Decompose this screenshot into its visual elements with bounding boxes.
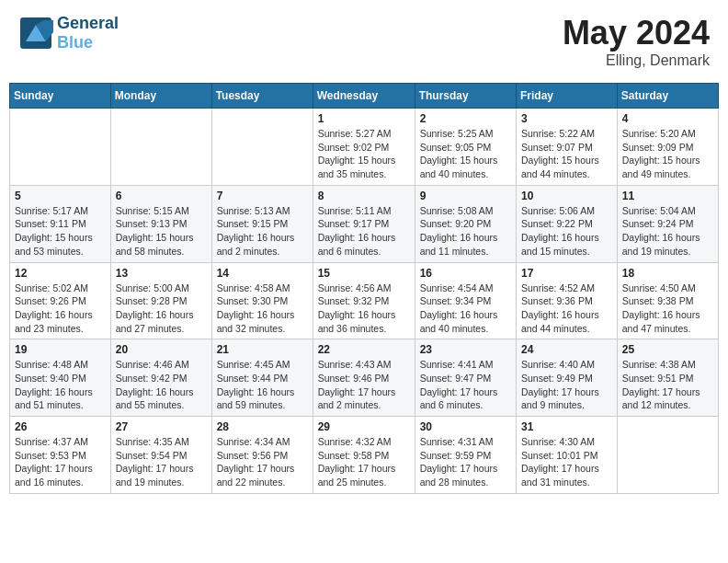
day-number: 6: [116, 190, 207, 202]
day-info: Sunrise: 4:45 AM Sunset: 9:44 PM Dayligh…: [217, 358, 308, 412]
day-number: 5: [15, 190, 106, 202]
day-info: Sunrise: 5:20 AM Sunset: 9:09 PM Dayligh…: [622, 127, 713, 181]
day-number: 17: [521, 267, 612, 280]
day-number: 24: [521, 343, 612, 356]
calendar-cell: 30Sunrise: 4:31 AM Sunset: 9:59 PM Dayli…: [415, 417, 516, 494]
day-info: Sunrise: 4:54 AM Sunset: 9:34 PM Dayligh…: [420, 282, 511, 336]
calendar-header-row: SundayMondayTuesdayWednesdayThursdayFrid…: [10, 84, 719, 109]
calendar-week-1: 1Sunrise: 5:27 AM Sunset: 9:02 PM Daylig…: [10, 109, 719, 186]
day-info: Sunrise: 5:25 AM Sunset: 9:05 PM Dayligh…: [420, 127, 511, 181]
day-info: Sunrise: 5:13 AM Sunset: 9:15 PM Dayligh…: [217, 204, 308, 259]
day-number: 22: [318, 343, 410, 356]
logo: General Blue: [18, 14, 119, 52]
calendar-cell: 10Sunrise: 5:06 AM Sunset: 9:22 PM Dayli…: [517, 185, 618, 262]
day-info: Sunrise: 5:08 AM Sunset: 9:20 PM Dayligh…: [420, 204, 511, 259]
location: Elling, Denmark: [563, 52, 710, 69]
day-number: 15: [318, 267, 410, 280]
day-info: Sunrise: 4:46 AM Sunset: 9:42 PM Dayligh…: [116, 358, 207, 412]
day-info: Sunrise: 4:48 AM Sunset: 9:40 PM Dayligh…: [15, 358, 106, 412]
day-info: Sunrise: 5:27 AM Sunset: 9:02 PM Dayligh…: [318, 127, 410, 181]
calendar-cell: 12Sunrise: 5:02 AM Sunset: 9:26 PM Dayli…: [10, 262, 111, 339]
day-number: 3: [521, 112, 612, 125]
calendar-cell: 1Sunrise: 5:27 AM Sunset: 9:02 PM Daylig…: [313, 109, 415, 186]
calendar-cell: 9Sunrise: 5:08 AM Sunset: 9:20 PM Daylig…: [415, 185, 516, 262]
calendar-cell: [211, 109, 313, 186]
calendar-cell: 16Sunrise: 4:54 AM Sunset: 9:34 PM Dayli…: [415, 262, 516, 339]
day-info: Sunrise: 5:02 AM Sunset: 9:26 PM Dayligh…: [15, 282, 106, 336]
calendar-cell: 19Sunrise: 4:48 AM Sunset: 9:40 PM Dayli…: [10, 339, 111, 417]
calendar-cell: 17Sunrise: 4:52 AM Sunset: 9:36 PM Dayli…: [517, 262, 618, 339]
calendar-cell: 6Sunrise: 5:15 AM Sunset: 9:13 PM Daylig…: [110, 185, 211, 262]
day-info: Sunrise: 4:43 AM Sunset: 9:46 PM Dayligh…: [318, 358, 410, 412]
day-info: Sunrise: 4:32 AM Sunset: 9:58 PM Dayligh…: [318, 435, 410, 489]
page-header: General Blue May 2024 Elling, Denmark: [9, 9, 719, 74]
day-number: 28: [217, 420, 308, 433]
day-number: 16: [420, 267, 511, 280]
calendar-body: 1Sunrise: 5:27 AM Sunset: 9:02 PM Daylig…: [10, 109, 719, 494]
calendar-week-2: 5Sunrise: 5:17 AM Sunset: 9:11 PM Daylig…: [10, 185, 719, 262]
day-info: Sunrise: 4:37 AM Sunset: 9:53 PM Dayligh…: [15, 435, 106, 489]
day-number: 18: [622, 267, 713, 280]
calendar-cell: 28Sunrise: 4:34 AM Sunset: 9:56 PM Dayli…: [211, 417, 313, 494]
day-number: 14: [217, 267, 308, 280]
calendar-cell: 11Sunrise: 5:04 AM Sunset: 9:24 PM Dayli…: [617, 185, 718, 262]
calendar-cell: 13Sunrise: 5:00 AM Sunset: 9:28 PM Dayli…: [110, 262, 211, 339]
day-info: Sunrise: 4:30 AM Sunset: 10:01 PM Daylig…: [521, 435, 612, 489]
calendar-cell: 5Sunrise: 5:17 AM Sunset: 9:11 PM Daylig…: [10, 185, 111, 262]
day-number: 11: [622, 190, 713, 202]
day-info: Sunrise: 5:11 AM Sunset: 9:17 PM Dayligh…: [318, 204, 410, 259]
day-info: Sunrise: 4:40 AM Sunset: 9:49 PM Dayligh…: [521, 358, 612, 412]
day-info: Sunrise: 5:04 AM Sunset: 9:24 PM Dayligh…: [622, 204, 713, 259]
calendar-cell: 27Sunrise: 4:35 AM Sunset: 9:54 PM Dayli…: [110, 417, 211, 494]
day-info: Sunrise: 5:00 AM Sunset: 9:28 PM Dayligh…: [116, 282, 207, 336]
day-number: 30: [420, 420, 511, 433]
day-number: 2: [420, 112, 511, 125]
calendar-cell: 26Sunrise: 4:37 AM Sunset: 9:53 PM Dayli…: [10, 417, 111, 494]
calendar-cell: 18Sunrise: 4:50 AM Sunset: 9:38 PM Dayli…: [617, 262, 718, 339]
day-number: 1: [318, 112, 410, 125]
calendar-table: SundayMondayTuesdayWednesdayThursdayFrid…: [9, 83, 719, 494]
day-header-saturday: Saturday: [617, 84, 718, 109]
day-number: 7: [217, 190, 308, 202]
day-info: Sunrise: 4:35 AM Sunset: 9:54 PM Dayligh…: [116, 435, 207, 489]
calendar-cell: 24Sunrise: 4:40 AM Sunset: 9:49 PM Dayli…: [517, 339, 618, 417]
day-number: 12: [15, 267, 106, 280]
day-info: Sunrise: 4:38 AM Sunset: 9:51 PM Dayligh…: [622, 358, 713, 412]
day-number: 23: [420, 343, 511, 356]
day-header-wednesday: Wednesday: [313, 84, 415, 109]
month-year: May 2024: [563, 14, 710, 52]
day-number: 4: [622, 112, 713, 125]
day-header-thursday: Thursday: [415, 84, 516, 109]
calendar-cell: [110, 109, 211, 186]
calendar-cell: 29Sunrise: 4:32 AM Sunset: 9:58 PM Dayli…: [313, 417, 415, 494]
day-number: 29: [318, 420, 410, 433]
calendar-cell: 7Sunrise: 5:13 AM Sunset: 9:15 PM Daylig…: [211, 185, 313, 262]
calendar-week-5: 26Sunrise: 4:37 AM Sunset: 9:53 PM Dayli…: [10, 417, 719, 494]
day-info: Sunrise: 5:22 AM Sunset: 9:07 PM Dayligh…: [521, 127, 612, 181]
calendar-cell: 21Sunrise: 4:45 AM Sunset: 9:44 PM Dayli…: [211, 339, 313, 417]
day-header-tuesday: Tuesday: [211, 84, 313, 109]
day-info: Sunrise: 4:34 AM Sunset: 9:56 PM Dayligh…: [217, 435, 308, 489]
day-info: Sunrise: 4:41 AM Sunset: 9:47 PM Dayligh…: [420, 358, 511, 412]
day-number: 20: [116, 343, 207, 356]
logo-light: Blue: [57, 33, 93, 52]
day-number: 9: [420, 190, 511, 202]
day-number: 10: [521, 190, 612, 202]
day-number: 8: [318, 190, 410, 202]
day-number: 27: [116, 420, 207, 433]
day-header-sunday: Sunday: [10, 84, 111, 109]
day-header-friday: Friday: [517, 84, 618, 109]
day-number: 25: [622, 343, 713, 356]
calendar-cell: 25Sunrise: 4:38 AM Sunset: 9:51 PM Dayli…: [617, 339, 718, 417]
day-number: 13: [116, 267, 207, 280]
calendar-cell: 15Sunrise: 4:56 AM Sunset: 9:32 PM Dayli…: [313, 262, 415, 339]
calendar-cell: 2Sunrise: 5:25 AM Sunset: 9:05 PM Daylig…: [415, 109, 516, 186]
calendar-cell: 14Sunrise: 4:58 AM Sunset: 9:30 PM Dayli…: [211, 262, 313, 339]
calendar-cell: 20Sunrise: 4:46 AM Sunset: 9:42 PM Dayli…: [110, 339, 211, 417]
day-info: Sunrise: 5:17 AM Sunset: 9:11 PM Dayligh…: [15, 204, 106, 259]
day-number: 26: [15, 420, 106, 433]
day-number: 21: [217, 343, 308, 356]
day-info: Sunrise: 5:06 AM Sunset: 9:22 PM Dayligh…: [521, 204, 612, 259]
calendar-week-4: 19Sunrise: 4:48 AM Sunset: 9:40 PM Dayli…: [10, 339, 719, 417]
calendar-cell: 22Sunrise: 4:43 AM Sunset: 9:46 PM Dayli…: [313, 339, 415, 417]
